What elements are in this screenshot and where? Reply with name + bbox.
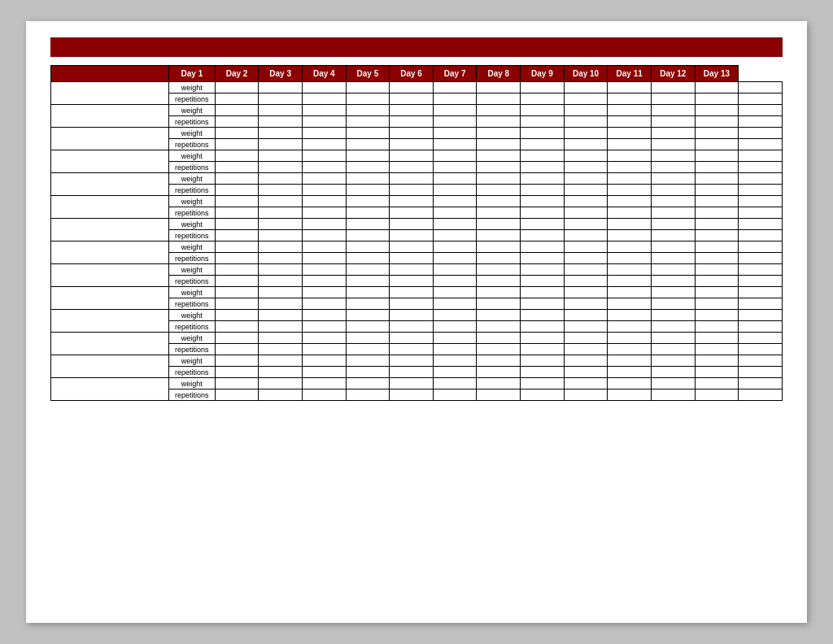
reps-data-cell[interactable] [564, 367, 608, 378]
reps-data-cell[interactable] [477, 139, 521, 150]
weight-data-cell[interactable] [215, 310, 259, 321]
weight-data-cell[interactable] [695, 355, 739, 367]
weight-data-cell[interactable] [608, 242, 652, 253]
reps-data-cell[interactable] [259, 276, 303, 287]
weight-data-cell[interactable] [346, 378, 390, 389]
reps-data-cell[interactable] [346, 230, 390, 242]
weight-data-cell[interactable] [521, 128, 565, 139]
weight-data-cell[interactable] [695, 333, 739, 344]
weight-data-cell[interactable] [390, 355, 434, 367]
weight-data-cell[interactable] [608, 287, 652, 298]
reps-data-cell[interactable] [477, 321, 521, 333]
weight-data-cell[interactable] [346, 173, 390, 185]
weight-data-cell[interactable] [433, 355, 477, 367]
weight-data-cell[interactable] [695, 287, 739, 298]
weight-data-cell[interactable] [651, 105, 695, 116]
reps-data-cell[interactable] [695, 185, 739, 196]
reps-data-cell[interactable] [215, 321, 259, 333]
weight-data-cell[interactable] [215, 333, 259, 344]
reps-data-cell[interactable] [739, 116, 783, 128]
weight-data-cell[interactable] [477, 287, 521, 298]
reps-data-cell[interactable] [259, 185, 303, 196]
reps-data-cell[interactable] [346, 276, 390, 287]
weight-data-cell[interactable] [390, 287, 434, 298]
reps-data-cell[interactable] [390, 94, 434, 105]
reps-data-cell[interactable] [346, 162, 390, 173]
reps-data-cell[interactable] [433, 367, 477, 378]
reps-data-cell[interactable] [521, 185, 565, 196]
reps-data-cell[interactable] [608, 389, 652, 401]
weight-data-cell[interactable] [390, 310, 434, 321]
exercise-name-cell[interactable] [51, 355, 169, 378]
reps-data-cell[interactable] [259, 94, 303, 105]
weight-data-cell[interactable] [695, 173, 739, 185]
reps-data-cell[interactable] [259, 162, 303, 173]
reps-data-cell[interactable] [215, 344, 259, 355]
reps-data-cell[interactable] [346, 253, 390, 264]
weight-data-cell[interactable] [477, 310, 521, 321]
reps-data-cell[interactable] [477, 207, 521, 219]
reps-data-cell[interactable] [433, 116, 477, 128]
reps-data-cell[interactable] [608, 253, 652, 264]
reps-data-cell[interactable] [651, 185, 695, 196]
reps-data-cell[interactable] [346, 185, 390, 196]
reps-data-cell[interactable] [302, 94, 346, 105]
weight-data-cell[interactable] [302, 242, 346, 253]
weight-data-cell[interactable] [433, 287, 477, 298]
reps-data-cell[interactable] [433, 185, 477, 196]
weight-data-cell[interactable] [215, 82, 259, 94]
reps-data-cell[interactable] [433, 389, 477, 401]
reps-data-cell[interactable] [215, 162, 259, 173]
weight-data-cell[interactable] [433, 242, 477, 253]
reps-data-cell[interactable] [739, 389, 783, 401]
weight-data-cell[interactable] [564, 219, 608, 230]
weight-data-cell[interactable] [651, 150, 695, 162]
weight-data-cell[interactable] [390, 196, 434, 207]
weight-data-cell[interactable] [695, 219, 739, 230]
weight-data-cell[interactable] [651, 128, 695, 139]
reps-data-cell[interactable] [215, 139, 259, 150]
reps-data-cell[interactable] [521, 139, 565, 150]
weight-data-cell[interactable] [608, 196, 652, 207]
weight-data-cell[interactable] [302, 355, 346, 367]
weight-data-cell[interactable] [259, 264, 303, 276]
reps-data-cell[interactable] [608, 321, 652, 333]
reps-data-cell[interactable] [390, 139, 434, 150]
reps-data-cell[interactable] [346, 389, 390, 401]
reps-data-cell[interactable] [390, 185, 434, 196]
weight-data-cell[interactable] [433, 105, 477, 116]
reps-data-cell[interactable] [259, 116, 303, 128]
weight-data-cell[interactable] [521, 82, 565, 94]
weight-data-cell[interactable] [739, 219, 783, 230]
exercise-name-cell[interactable] [51, 150, 169, 173]
reps-data-cell[interactable] [346, 321, 390, 333]
reps-data-cell[interactable] [302, 230, 346, 242]
reps-data-cell[interactable] [215, 185, 259, 196]
weight-data-cell[interactable] [608, 82, 652, 94]
weight-data-cell[interactable] [390, 333, 434, 344]
weight-data-cell[interactable] [302, 264, 346, 276]
weight-data-cell[interactable] [739, 128, 783, 139]
weight-data-cell[interactable] [259, 355, 303, 367]
reps-data-cell[interactable] [695, 321, 739, 333]
weight-data-cell[interactable] [651, 196, 695, 207]
reps-data-cell[interactable] [302, 116, 346, 128]
weight-data-cell[interactable] [608, 333, 652, 344]
weight-data-cell[interactable] [477, 173, 521, 185]
reps-data-cell[interactable] [651, 367, 695, 378]
weight-data-cell[interactable] [564, 105, 608, 116]
reps-data-cell[interactable] [302, 276, 346, 287]
reps-data-cell[interactable] [477, 185, 521, 196]
weight-data-cell[interactable] [390, 82, 434, 94]
reps-data-cell[interactable] [215, 367, 259, 378]
reps-data-cell[interactable] [346, 139, 390, 150]
weight-data-cell[interactable] [564, 150, 608, 162]
reps-data-cell[interactable] [695, 116, 739, 128]
weight-data-cell[interactable] [695, 150, 739, 162]
reps-data-cell[interactable] [739, 321, 783, 333]
weight-data-cell[interactable] [302, 310, 346, 321]
weight-data-cell[interactable] [651, 173, 695, 185]
reps-data-cell[interactable] [521, 207, 565, 219]
reps-data-cell[interactable] [521, 116, 565, 128]
exercise-name-cell[interactable] [51, 333, 169, 355]
